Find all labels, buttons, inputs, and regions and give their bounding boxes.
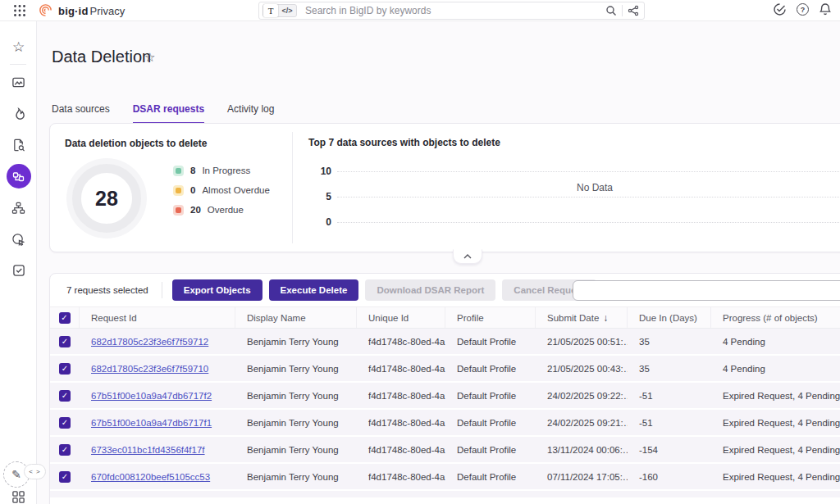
sort-desc-icon[interactable]: ↓ xyxy=(603,312,608,324)
progress-cell: Expired Request, 4 Pending xyxy=(711,383,840,408)
tasks-icon[interactable] xyxy=(773,2,787,16)
collapse-summary-button[interactable] xyxy=(453,249,482,264)
sidebar-divider xyxy=(10,64,26,65)
card-divider xyxy=(292,132,293,243)
submit-date-cell: 07/11/2024 17:05:… xyxy=(536,464,628,489)
request-id-link[interactable]: 67b51f00e10a9a47db6717f2 xyxy=(91,391,212,401)
search-placeholder[interactable]: Search in BigID by keywords xyxy=(305,5,600,16)
sidebar-apps[interactable] xyxy=(0,484,37,504)
search-icon[interactable] xyxy=(600,5,622,16)
column-header-due-in[interactable]: Due In (Days) xyxy=(628,307,711,328)
sidebar-action-center[interactable] xyxy=(0,258,37,283)
bigid-logo-icon xyxy=(38,2,53,18)
select-all-checkbox[interactable]: ✓ xyxy=(59,312,71,324)
column-header-display-name[interactable]: Display Name xyxy=(235,307,357,328)
overdue-count: 20 xyxy=(190,205,201,215)
tab-data-sources[interactable]: Data sources xyxy=(52,103,110,125)
gridline-10 xyxy=(337,171,840,172)
table-filter-input[interactable] xyxy=(573,280,840,301)
almost-overdue-label: Almost Overdue xyxy=(202,185,269,195)
brand-name: big·id xyxy=(58,5,89,17)
row-checkbox[interactable]: ✓ xyxy=(59,471,71,483)
sidebar-collapse-toggle[interactable]: < > xyxy=(24,464,46,479)
request-id-link[interactable]: 67b51f00e10a9a47db6717f1 xyxy=(91,418,212,428)
column-header-progress[interactable]: Progress (# of objects) xyxy=(711,307,840,328)
page-title: Data Deletion xyxy=(52,48,151,66)
almost-overdue-count: 0 xyxy=(190,185,195,195)
search-mode-toggle[interactable]: T </> xyxy=(262,4,297,17)
globe-cursor-icon xyxy=(11,233,25,247)
submit-date-cell: 13/11/2024 00:06:… xyxy=(536,437,628,462)
sidebar-dashboard[interactable] xyxy=(0,70,37,94)
flame-icon xyxy=(12,107,25,121)
waffle-menu-icon[interactable] xyxy=(13,4,26,17)
row-checkbox[interactable]: ✓ xyxy=(59,444,71,456)
row-checkbox[interactable]: ✓ xyxy=(59,417,71,429)
gridline-0 xyxy=(337,222,840,223)
sidebar-hierarchy[interactable] xyxy=(0,196,37,220)
unique-id-cell: f4d1748c-80ed-4a… xyxy=(357,410,445,435)
submit-date-cell: 24/02/2025 09:22:… xyxy=(536,383,628,408)
data-flow-icon xyxy=(12,170,25,183)
tab-dsar-requests[interactable]: DSAR requests xyxy=(133,103,204,125)
export-objects-button[interactable]: Export Objects xyxy=(172,279,262,301)
sidebar-risk[interactable] xyxy=(0,102,37,126)
submit-date-cell: 21/05/2025 00:51:… xyxy=(536,329,628,354)
column-header-profile[interactable]: Profile xyxy=(445,307,536,328)
legend-item-overdue: 20 Overdue xyxy=(173,204,270,216)
submit-date-cell: 24/02/2025 09:21:… xyxy=(536,410,628,435)
column-header-request-id[interactable]: Request Id xyxy=(80,307,235,328)
in-progress-count: 8 xyxy=(190,166,195,175)
profile-cell: Default Profile xyxy=(445,410,536,435)
toolbar-divider xyxy=(162,282,162,298)
progress-cell: Expired Request, 4 Pending xyxy=(711,437,840,462)
unique-id-cell: f4d1748c-80ed-4a… xyxy=(357,356,445,381)
progress-cell: Expired Request, 4 Pending xyxy=(711,410,840,435)
code-chevrons-icon: < > xyxy=(29,468,41,475)
sidebar-catalog[interactable] xyxy=(0,133,37,157)
favorite-star-icon[interactable]: ☆ xyxy=(144,50,155,65)
row-checkbox[interactable]: ✓ xyxy=(59,336,71,347)
bar-chart-title: Top 7 data sources with objects to delet… xyxy=(308,137,500,148)
star-icon: ☆ xyxy=(12,39,25,56)
sidebar-privacy-portal[interactable] xyxy=(0,227,37,252)
profile-cell: Default Profile xyxy=(445,437,536,462)
download-dsar-report-button[interactable]: Download DSAR Report xyxy=(365,279,495,301)
table-toolbar: 7 requests selected Export Objects Execu… xyxy=(50,274,840,306)
column-header-unique-id[interactable]: Unique Id xyxy=(357,307,445,328)
notifications-bell-icon[interactable] xyxy=(819,2,832,16)
selection-count-label: 7 requests selected xyxy=(66,285,148,295)
tab-activity-log[interactable]: Activity log xyxy=(227,103,274,125)
table-row: ✓ 682d17805c23f3e6f7f59710 Benjamin Terr… xyxy=(50,356,840,381)
submit-date-cell: 21/05/2025 00:43:… xyxy=(536,356,628,381)
row-checkbox[interactable]: ✓ xyxy=(59,390,71,402)
request-id-link[interactable]: 682d17805c23f3e6f7f59712 xyxy=(91,337,208,347)
chevron-up-icon xyxy=(463,254,472,259)
execute-delete-button[interactable]: Execute Delete xyxy=(269,279,359,301)
brand-logo[interactable]: big·idPrivacy xyxy=(38,2,125,18)
request-id-link[interactable]: 682d17805c23f3e6f7f59710 xyxy=(91,364,208,374)
progress-cell: 4 Pending xyxy=(711,356,840,381)
request-id-link[interactable]: 670fdc008120beef5105cc53 xyxy=(91,472,210,482)
global-search[interactable]: T </> Search in BigID by keywords xyxy=(258,2,645,20)
progress-cell: Expired Request, 4 Pending xyxy=(711,464,840,489)
help-icon[interactable]: ? xyxy=(797,3,809,16)
query-search-toggle[interactable]: </> xyxy=(278,7,296,15)
advanced-search-icon[interactable] xyxy=(623,5,644,16)
in-progress-swatch-icon xyxy=(173,166,184,176)
due-in-cell: -51 xyxy=(628,383,711,408)
row-checkbox[interactable]: ✓ xyxy=(59,363,71,375)
unique-id-cell: f4d1748c-80ed-4a… xyxy=(357,329,445,354)
text-search-toggle[interactable]: T xyxy=(263,4,278,17)
unique-id-cell: f4d1748c-80ed-4a… xyxy=(357,437,445,462)
left-nav-sidebar: ☆ xyxy=(0,21,37,504)
pencil-icon: ✎ xyxy=(11,468,21,481)
column-header-submit-date[interactable]: Submit Date↓ xyxy=(536,307,628,328)
table-row: ✓ 67b51f00e10a9a47db6717f2 Benjamin Terr… xyxy=(50,383,840,408)
profile-cell: Default Profile xyxy=(445,383,536,408)
sidebar-data-deletion-active[interactable] xyxy=(0,164,37,188)
request-id-link[interactable]: 6733ec011bc1fd4356f4f17f xyxy=(91,445,205,455)
donut-legend: 8 In Progress 0 Almost Overdue 20 Overdu… xyxy=(173,165,270,216)
table-header-row: ✓ Request Id Display Name Unique Id Prof… xyxy=(50,306,840,329)
sidebar-favorites[interactable]: ☆ xyxy=(0,34,37,59)
